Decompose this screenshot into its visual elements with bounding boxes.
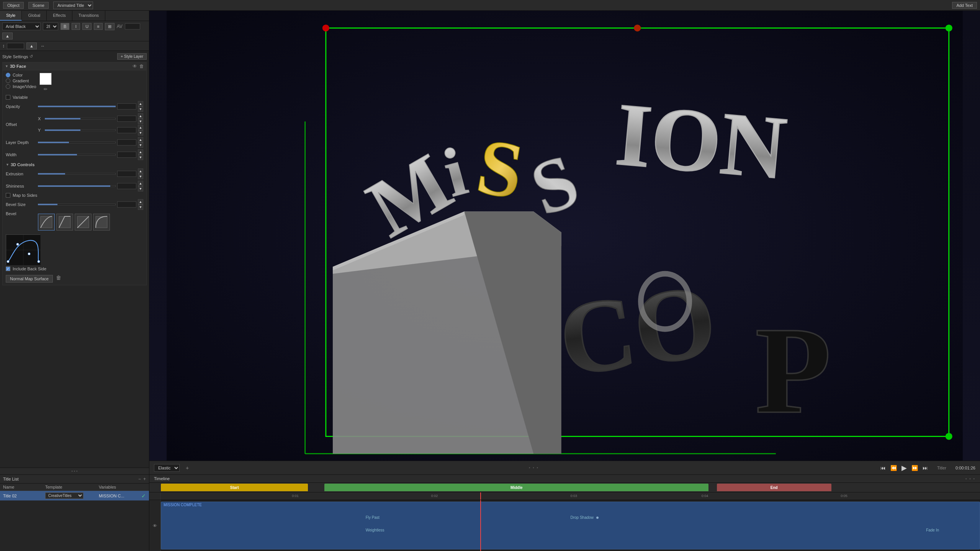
add-text-btn[interactable]: Add Text <box>952 2 977 9</box>
tab-effects[interactable]: Effects <box>47 11 72 21</box>
shininess-down[interactable]: ▼ <box>138 186 143 191</box>
layer-depth-input[interactable]: -1.1 <box>117 139 136 146</box>
tl-minus-icon[interactable]: − <box>138 476 141 482</box>
offset-x-input[interactable]: 0 <box>117 116 136 122</box>
title-check-icon[interactable]: ✓ <box>141 493 146 499</box>
timeline-track[interactable]: 👁 MISSION COMPLETE Fly Past Weightless <box>149 500 980 551</box>
middle-segment[interactable]: Middle <box>324 484 708 491</box>
bevel-size-up[interactable]: ▲ <box>138 199 143 204</box>
weightless-keyframe[interactable]: Weightless <box>366 528 384 532</box>
align-left-btn[interactable]: ≡ <box>94 23 102 30</box>
normal-map-delete-icon[interactable]: 🗑 <box>56 275 61 281</box>
offset-x-down[interactable]: ▼ <box>138 119 143 124</box>
object-btn[interactable]: Object <box>3 2 24 9</box>
shininess-slider[interactable] <box>38 183 116 189</box>
track-visibility-icon[interactable]: 👁 <box>153 523 157 528</box>
extrusion-down[interactable]: ▼ <box>138 174 143 179</box>
spacing-input[interactable]: 0.95 <box>125 23 140 29</box>
width-up[interactable]: ▲ <box>138 149 143 155</box>
opacity-input[interactable]: 100 <box>117 103 136 110</box>
title-list-item[interactable]: Title 02 CreativeTitles MISSION C... ✓ <box>0 491 149 500</box>
color-radio[interactable] <box>6 73 10 77</box>
end-segment[interactable]: End <box>717 484 831 491</box>
italic-btn[interactable]: I <box>72 23 80 30</box>
tl-plus-icon[interactable]: + <box>143 476 146 482</box>
mission-clip[interactable]: MISSION COMPLETE <box>161 502 980 549</box>
x-axis-label: X <box>38 116 43 121</box>
col-template-header: Template <box>45 485 99 489</box>
offset-y-slider[interactable] <box>45 127 116 133</box>
step-forward-btn[interactable]: ⏩ <box>910 463 919 473</box>
extrusion-input[interactable]: 5.1 <box>117 171 136 177</box>
skip-to-start-btn[interactable]: ⏮ <box>879 463 887 473</box>
preview-canvas[interactable]: M i S S <box>149 11 980 461</box>
opacity-down[interactable]: ▼ <box>138 106 143 112</box>
tab-transitions[interactable]: Transitions <box>72 11 105 21</box>
delete-icon[interactable]: 🗑 <box>139 64 144 69</box>
tab-global[interactable]: Global <box>22 11 47 21</box>
fly-past-keyframe[interactable]: Fly Past <box>366 515 380 520</box>
play-btn[interactable]: ▶ <box>900 463 908 473</box>
line-height-input[interactable]: 1.00 <box>7 43 24 49</box>
resize-handle-bottom[interactable]: • • • <box>0 468 149 474</box>
offset-y-input[interactable]: 0 <box>117 127 136 133</box>
color-swatch[interactable] <box>39 73 52 85</box>
map-to-sides-row: Map to Sides <box>6 193 143 198</box>
layer-depth-up[interactable]: ▲ <box>138 137 143 142</box>
controls-3d-header[interactable]: ▼ 3D Controls <box>6 162 143 167</box>
include-back-side-checkbox[interactable]: ✓ <box>6 267 10 271</box>
face-3d-header[interactable]: ▼ 3D Face 👁 🗑 <box>2 62 147 70</box>
playhead[interactable] <box>480 500 481 551</box>
add-style-layer-btn[interactable]: + Style Layer <box>117 53 147 60</box>
bevel-thumb-3[interactable] <box>75 214 92 231</box>
bevel-thumb-1[interactable] <box>38 214 55 231</box>
drop-shadow-keyframe[interactable]: Drop Shadow <box>571 515 599 520</box>
shininess-input[interactable]: 93.4 <box>117 183 136 189</box>
step-back-btn[interactable]: ⏪ <box>889 463 898 473</box>
title-template-select[interactable]: CreativeTitles <box>45 492 83 499</box>
start-segment[interactable]: Start <box>161 484 308 491</box>
offset-y-up[interactable]: ▲ <box>138 125 143 130</box>
layer-depth-slider[interactable] <box>38 139 116 146</box>
variable-checkbox[interactable] <box>6 95 10 100</box>
font-size-select[interactable]: 28 <box>43 23 58 30</box>
bevel-thumb-2[interactable] <box>56 214 73 231</box>
width-slider[interactable] <box>38 152 116 158</box>
skip-to-end-btn[interactable]: ⏭ <box>921 463 929 473</box>
offset-y-down[interactable]: ▼ <box>138 130 143 136</box>
spacing-up[interactable]: ▲ <box>2 33 13 39</box>
shininess-up[interactable]: ▲ <box>138 181 143 186</box>
underline-btn[interactable]: U <box>82 23 92 30</box>
eye-icon[interactable]: 👁 <box>133 64 137 69</box>
bevel-size-slider[interactable] <box>38 201 116 208</box>
line-height-up[interactable]: ▲ <box>26 43 37 49</box>
reset-icon[interactable]: ↺ <box>29 54 33 59</box>
bevel-size-down[interactable]: ▼ <box>138 204 143 210</box>
bevel-thumb-4[interactable] <box>93 214 110 231</box>
offset-x-slider[interactable] <box>45 116 116 122</box>
scene-btn[interactable]: Scene <box>28 2 49 9</box>
gradient-radio[interactable] <box>6 78 10 83</box>
extrusion-up[interactable]: ▲ <box>138 168 143 174</box>
extrusion-slider[interactable] <box>38 171 116 177</box>
edit-color-icon[interactable]: ✏ <box>44 87 47 92</box>
width-down[interactable]: ▼ <box>138 155 143 160</box>
transport-dropdown[interactable]: Elastic <box>154 464 180 472</box>
width-input[interactable]: 0 <box>117 152 136 158</box>
opacity-slider[interactable] <box>38 103 116 110</box>
bevel-size-input[interactable]: 0.36 <box>117 201 136 208</box>
bold-btn[interactable]: B <box>61 23 69 30</box>
layer-depth-down[interactable]: ▼ <box>138 142 143 148</box>
normal-map-surface-btn[interactable]: Normal Map Surface <box>6 275 53 283</box>
offset-x-up[interactable]: ▲ <box>138 113 143 119</box>
map-to-sides-checkbox[interactable] <box>6 193 10 198</box>
animated-title-dropdown[interactable]: Animated Title <box>53 2 93 9</box>
bevel-curve-graph[interactable] <box>6 234 40 265</box>
font-select[interactable]: Arial Black <box>2 23 41 30</box>
opacity-up[interactable]: ▲ <box>138 101 143 106</box>
fade-in-keyframe[interactable]: Fade In <box>926 528 939 532</box>
image-video-radio[interactable] <box>6 84 10 89</box>
add-animation-btn[interactable]: + <box>186 465 189 471</box>
align-center-btn[interactable]: ⊞ <box>105 23 115 30</box>
tab-style[interactable]: Style <box>0 11 22 21</box>
